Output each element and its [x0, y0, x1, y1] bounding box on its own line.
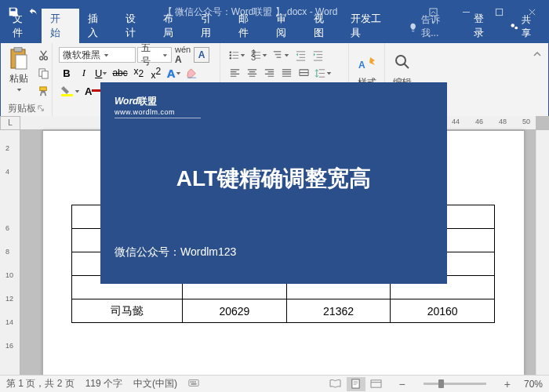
text-effects-button[interactable]: A — [165, 65, 183, 81]
read-mode-button[interactable] — [326, 377, 345, 391]
overlay-url: www.wordlm.com — [115, 108, 201, 118]
svg-point-18 — [230, 57, 231, 59]
svg-rect-9 — [16, 55, 27, 69]
bullets-button[interactable] — [227, 47, 247, 63]
svg-rect-15 — [61, 94, 73, 96]
splash-overlay: Word联盟 www.wordlm.com ALT键精确调整宽高 微信公众号：W… — [100, 82, 447, 284]
tab-references[interactable]: 引用 — [192, 9, 230, 43]
tab-mailings[interactable]: 邮件 — [230, 9, 267, 43]
print-layout-button[interactable] — [347, 377, 365, 391]
character-border-button[interactable]: A — [194, 47, 209, 63]
zoom-level[interactable]: 70% — [524, 379, 543, 390]
format-painter-button[interactable] — [35, 83, 51, 99]
clipboard-dialog-launcher[interactable] — [38, 103, 45, 114]
overlay-subtitle: 微信公众号：Wordlm123 — [115, 245, 433, 260]
svg-rect-28 — [191, 381, 192, 383]
status-page[interactable]: 第 1 页，共 2 页 — [6, 377, 75, 390]
svg-point-10 — [39, 56, 42, 60]
increase-indent-button[interactable] — [310, 47, 325, 63]
tab-insert[interactable]: 插入 — [79, 9, 117, 43]
paste-button[interactable]: 粘贴 — [5, 45, 32, 94]
tab-file[interactable]: 文件 — [4, 9, 42, 43]
tab-home[interactable]: 开始 — [42, 9, 79, 43]
align-justify-button[interactable] — [278, 65, 294, 81]
italic-button[interactable]: I — [76, 65, 92, 81]
collapse-ribbon-button[interactable] — [529, 46, 545, 62]
svg-point-16 — [230, 51, 231, 53]
svg-rect-27 — [189, 380, 198, 387]
align-right-button[interactable] — [261, 65, 277, 81]
copy-button[interactable] — [35, 65, 51, 81]
zoom-in-button[interactable]: + — [502, 378, 513, 390]
subscript-button[interactable]: x2 — [131, 65, 147, 81]
svg-rect-32 — [352, 379, 359, 388]
tab-developer[interactable]: 开发工具 — [342, 9, 400, 43]
status-language[interactable]: 中文(中国) — [133, 377, 177, 390]
svg-point-17 — [230, 54, 231, 56]
clear-formatting-button[interactable] — [184, 65, 200, 81]
multilevel-list-button[interactable] — [271, 47, 291, 63]
cut-button[interactable] — [35, 47, 51, 63]
zoom-slider[interactable] — [424, 383, 486, 385]
overlay-title: ALT键精确调整宽高 — [115, 164, 433, 194]
tab-design[interactable]: 设计 — [117, 9, 155, 43]
vertical-ruler[interactable]: 2 4 6 8 10 12 14 16 — [0, 130, 20, 375]
clipboard-label: 剪贴板 — [8, 102, 36, 115]
share-button[interactable]: 共享 — [502, 10, 548, 43]
tell-me[interactable]: 告诉我... — [400, 10, 466, 43]
zoom-out-button[interactable]: − — [397, 378, 408, 390]
svg-rect-8 — [14, 47, 22, 52]
tab-layout[interactable]: 布局 — [155, 9, 192, 43]
svg-rect-29 — [192, 381, 194, 383]
font-size-combo[interactable]: 五号 — [137, 47, 172, 63]
svg-rect-30 — [195, 381, 196, 383]
superscript-button[interactable]: x2 — [148, 65, 164, 81]
status-input-mode-icon[interactable] — [188, 377, 199, 390]
svg-rect-14 — [39, 86, 45, 90]
sign-in[interactable]: 登录 — [466, 9, 502, 43]
svg-point-11 — [44, 56, 47, 60]
status-word-count[interactable]: 119 个字 — [85, 377, 122, 390]
distributed-button[interactable] — [296, 65, 311, 81]
svg-rect-13 — [42, 71, 48, 78]
tab-review[interactable]: 审阅 — [267, 9, 305, 43]
text-highlight-button[interactable] — [59, 83, 82, 99]
tab-view[interactable]: 视图 — [305, 9, 343, 43]
align-left-button[interactable] — [227, 65, 242, 81]
table-row: 司马懿 20629 21362 20160 — [72, 299, 495, 323]
bold-button[interactable]: B — [59, 65, 75, 81]
svg-text:3: 3 — [251, 53, 256, 61]
line-spacing-button[interactable] — [313, 65, 333, 81]
font-name-combo[interactable]: 微软雅黑 — [59, 47, 136, 63]
decrease-indent-button[interactable] — [293, 47, 308, 63]
svg-point-6 — [514, 27, 518, 30]
vertical-scrollbar[interactable] — [536, 130, 549, 375]
svg-rect-31 — [191, 383, 197, 385]
strikethrough-button[interactable]: abc — [111, 65, 129, 81]
numbering-button[interactable]: 123 — [249, 47, 269, 63]
phonetic-guide-button[interactable]: wénA — [173, 47, 192, 63]
ruler-corner[interactable]: L — [0, 116, 20, 130]
align-center-button[interactable] — [244, 65, 260, 81]
underline-button[interactable]: U — [93, 65, 109, 81]
svg-point-5 — [511, 24, 514, 27]
svg-rect-33 — [371, 380, 381, 387]
svg-text:A: A — [358, 60, 365, 71]
web-layout-button[interactable] — [367, 377, 386, 391]
